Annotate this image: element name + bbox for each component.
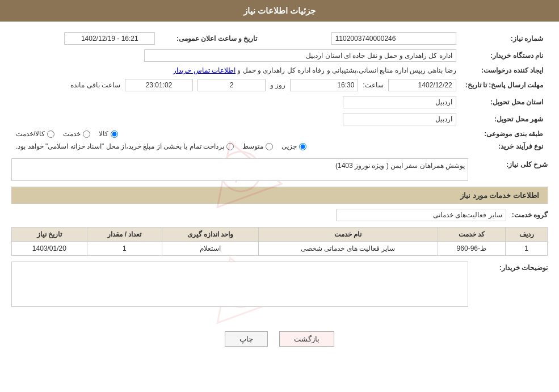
category-option-kala-khedmat: کالا/خدمت bbox=[16, 130, 54, 138]
cell-unit: استعلام bbox=[162, 242, 259, 256]
city-label: شهر محل تحویل: bbox=[461, 111, 548, 128]
page-title: جزئیات اطلاعات نیاز bbox=[243, 6, 316, 15]
col-service-code: کد خدمت bbox=[438, 227, 505, 242]
process-label: نوع فرآیند خرید: bbox=[461, 140, 548, 153]
process-row: نوع فرآیند خرید: پرداخت تمام یا بخشی از … bbox=[11, 140, 548, 153]
announce-value-cell: 1402/12/19 - 16:21 bbox=[11, 30, 159, 47]
category-option-kala: کالا bbox=[99, 130, 118, 138]
deadline-date-row: 1402/12/22 ساعت: 16:30 روز و 2 23:01:02 … bbox=[16, 79, 456, 91]
services-table-header: ردیف کد خدمت نام خدمت واحد اندازه گیری ت… bbox=[12, 227, 548, 242]
service-group-row: گروه خدمت: سایر فعالیت‌های خدماتی bbox=[11, 209, 548, 221]
description-input: پوشش همراهان سفر ایمن ( ویژه نوروز 1403) bbox=[11, 158, 468, 181]
creator-label: ایجاد کننده درخواست: bbox=[461, 64, 548, 77]
deadline-date-input: 1402/12/22 bbox=[388, 79, 456, 91]
need-number-input: 1102003740000246 bbox=[331, 32, 456, 45]
category-kala-radio[interactable] bbox=[111, 130, 118, 138]
deadline-time-input: 16:30 bbox=[290, 79, 358, 91]
category-kala-khedmat-radio[interactable] bbox=[47, 130, 54, 138]
content-area: شماره نیاز: 1102003740000246 تاریخ و ساع… bbox=[0, 22, 559, 323]
province-row: استان محل تحویل: اردبیل bbox=[11, 94, 548, 111]
cell-count: 1 bbox=[87, 242, 162, 256]
province-value-cell: اردبیل bbox=[11, 94, 461, 111]
category-kala-khedmat-label: کالا/خدمت bbox=[16, 130, 45, 138]
city-row: شهر محل تحویل: اردبیل bbox=[11, 111, 548, 128]
province-label: استان محل تحویل: bbox=[461, 94, 548, 111]
deadline-row: مهلت ارسال پاسخ: تا تاریخ: 1402/12/22 سا… bbox=[11, 77, 548, 94]
category-label: طبقه بندی موضوعی: bbox=[461, 128, 548, 140]
category-option-khedmat: خدمت bbox=[63, 130, 90, 138]
process-partial-label: جزیی bbox=[281, 142, 297, 150]
col-date: تاریخ نیاز bbox=[12, 227, 87, 242]
process-full-pay-radio[interactable] bbox=[226, 143, 234, 150]
need-number-value-cell: 1102003740000246 bbox=[262, 30, 460, 47]
announce-label: تاریخ و ساعت اعلان عمومی: bbox=[159, 30, 262, 47]
process-medium-label: متوسط bbox=[242, 142, 263, 150]
process-option-partial: جزیی bbox=[281, 142, 306, 150]
deadline-remaining-label: ساعت باقی مانده bbox=[70, 81, 120, 89]
col-unit: واحد اندازه گیری bbox=[162, 227, 259, 242]
action-buttons-row: بازگشت چاپ bbox=[0, 331, 559, 347]
process-partial-radio[interactable] bbox=[299, 143, 306, 150]
col-service-name: نام خدمت bbox=[259, 227, 438, 242]
deadline-time-label: ساعت: bbox=[363, 81, 383, 89]
services-table: ردیف کد خدمت نام خدمت واحد اندازه گیری ت… bbox=[11, 227, 548, 256]
services-table-header-row: ردیف کد خدمت نام خدمت واحد اندازه گیری ت… bbox=[12, 227, 548, 242]
back-button[interactable]: بازگشت bbox=[279, 331, 334, 347]
main-info-section: شماره نیاز: 1102003740000246 تاریخ و ساع… bbox=[11, 30, 548, 309]
process-value-cell: پرداخت تمام یا بخشی از مبلغ خرید،از محل … bbox=[11, 140, 461, 153]
province-input: اردبیل bbox=[343, 96, 456, 108]
buyer-org-input: اداره کل راهداری و حمل و نقل جاده ای است… bbox=[144, 49, 456, 62]
cell-name: سایر فعالیت های خدماتی شخصی bbox=[259, 242, 438, 256]
category-row: طبقه بندی موضوعی: کالا/خدمت خدمت bbox=[11, 128, 548, 140]
service-group-label: گروه خدمت: bbox=[512, 211, 548, 219]
buyer-desc-label: توضیحات خریدار: bbox=[474, 262, 548, 272]
cell-date: 1403/01/20 bbox=[12, 242, 87, 256]
buyer-org-label: نام دستگاه خریدار: bbox=[461, 47, 548, 64]
deadline-value-cell: 1402/12/22 ساعت: 16:30 روز و 2 23:01:02 … bbox=[11, 77, 461, 94]
process-medium-radio[interactable] bbox=[266, 143, 273, 150]
category-radio-group: کالا/خدمت خدمت کالا bbox=[16, 130, 456, 138]
process-radio-group: پرداخت تمام یا بخشی از مبلغ خرید،از محل … bbox=[16, 142, 456, 150]
deadline-remaining-input: 23:01:02 bbox=[125, 79, 193, 91]
basic-info-table: شماره نیاز: 1102003740000246 تاریخ و ساع… bbox=[11, 30, 548, 153]
buyer-desc-section: توضیحات خریدار: bbox=[11, 262, 548, 309]
description-section: شرح کلی نیاز: پوشش همراهان سفر ایمن ( وی… bbox=[11, 158, 548, 181]
need-number-row: شماره نیاز: 1102003740000246 تاریخ و ساع… bbox=[11, 30, 548, 47]
description-wrap: پوشش همراهان سفر ایمن ( ویژه نوروز 1403) bbox=[11, 158, 468, 181]
creator-text: رضا بناهی رییس اداره منابع انسانی،پشتیبا… bbox=[237, 66, 456, 74]
creator-value-cell: رضا بناهی رییس اداره منابع انسانی،پشتیبا… bbox=[11, 64, 461, 77]
print-button[interactable]: چاپ bbox=[225, 331, 268, 347]
city-input: اردبیل bbox=[343, 113, 456, 125]
deadline-day-input: 2 bbox=[197, 79, 266, 91]
deadline-day-label: روز و bbox=[270, 81, 285, 89]
service-group-input: سایر فعالیت‌های خدماتی bbox=[336, 209, 506, 221]
page-header: جزئیات اطلاعات نیاز bbox=[0, 0, 559, 22]
services-table-body: 1ط-96-960سایر فعالیت های خدماتی شخصیاستع… bbox=[12, 242, 548, 256]
col-count: تعداد / مقدار bbox=[87, 227, 162, 242]
buyer-org-value-cell: اداره کل راهداری و حمل و نقل جاده ای است… bbox=[11, 47, 461, 64]
category-khedmat-label: خدمت bbox=[63, 130, 81, 138]
creator-row: ایجاد کننده درخواست: رضا بناهی رییس ادار… bbox=[11, 64, 548, 77]
table-row: 1ط-96-960سایر فعالیت های خدماتی شخصیاستع… bbox=[12, 242, 548, 256]
cell-row: 1 bbox=[506, 242, 548, 256]
process-option-full-pay: پرداخت تمام یا بخشی از مبلغ خرید،از محل … bbox=[16, 142, 234, 150]
col-row-num: ردیف bbox=[506, 227, 548, 242]
buyer-desc-wrap bbox=[11, 262, 468, 309]
buyer-desc-textarea[interactable] bbox=[11, 262, 468, 307]
announce-value: 1402/12/19 - 16:21 bbox=[64, 32, 155, 45]
services-section-header: اطلاعات خدمات مورد نیاز bbox=[11, 187, 548, 204]
process-option-medium: متوسط bbox=[242, 142, 273, 150]
category-value-cell: کالا/خدمت خدمت کالا bbox=[11, 128, 461, 140]
buyer-org-row: نام دستگاه خریدار: اداره کل راهداری و حم… bbox=[11, 47, 548, 64]
cell-code: ط-96-960 bbox=[438, 242, 505, 256]
description-label: شرح کلی نیاز: bbox=[474, 158, 548, 168]
creator-contact-link[interactable]: اطلاعات تماس خریدار bbox=[173, 66, 236, 74]
process-full-pay-label: پرداخت تمام یا بخشی از مبلغ خرید،از محل … bbox=[16, 142, 224, 150]
deadline-label: مهلت ارسال پاسخ: تا تاریخ: bbox=[461, 77, 548, 94]
need-number-label: شماره نیاز: bbox=[461, 30, 548, 47]
category-kala-label: کالا bbox=[99, 130, 108, 138]
category-khedmat-radio[interactable] bbox=[83, 130, 90, 138]
city-value-cell: اردبیل bbox=[11, 111, 461, 128]
